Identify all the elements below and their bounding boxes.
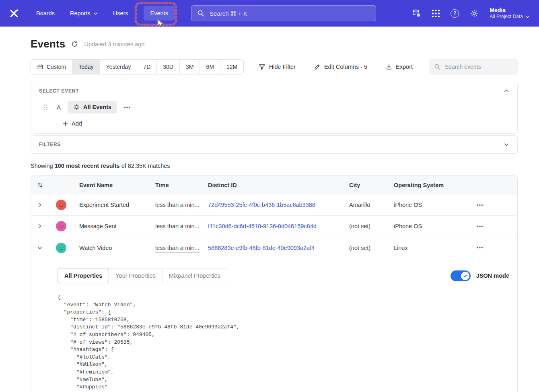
nav-item-reports[interactable]: Reports <box>70 10 98 17</box>
results-summary: Showing 100 most recent results of 82.35… <box>31 163 518 169</box>
col-header-distinct-id[interactable]: Distinct ID <box>208 182 349 188</box>
distinct-id-link[interactable]: 72d49553-25fc-4f0c-b436-1b5ac6ab3388 <box>208 202 349 208</box>
table-row[interactable]: Experiment Started less than a min... 72… <box>31 194 517 216</box>
export-button[interactable]: Export <box>383 63 415 70</box>
search-events-input[interactable] <box>444 63 518 70</box>
collapse-row-icon[interactable] <box>35 243 45 253</box>
select-event-title: SELECT EVENT <box>39 88 79 94</box>
nav-label-events: Events <box>150 10 168 17</box>
all-events-icon <box>73 104 80 110</box>
help-icon[interactable]: ? <box>451 9 459 18</box>
event-os: Linux <box>394 245 468 251</box>
date-range-3m[interactable]: 3M <box>179 60 200 74</box>
search-icon <box>434 64 440 70</box>
date-range-7d[interactable]: 7D <box>137 60 156 74</box>
date-range-today[interactable]: Today <box>72 60 99 74</box>
funnel-icon <box>259 64 265 70</box>
distinct-id-link[interactable]: 5886283e-e9fb-48fb-81de-40e9093a2af4 <box>208 245 349 251</box>
pencil-icon <box>314 64 321 70</box>
events-page: Events Updated 3 minutes ago Custom Toda… <box>0 38 539 392</box>
expand-row-icon[interactable] <box>35 221 45 231</box>
distinct-id-link[interactable]: f11c30d6-dc6d-4518-9136-0d046159c84d <box>208 223 349 229</box>
filters-card: FILTERS <box>31 135 518 154</box>
event-chip-label: All Events <box>83 104 111 110</box>
mixpanel-logo-icon[interactable] <box>9 8 19 19</box>
col-header-city[interactable]: City <box>349 182 394 188</box>
nav-label-boards: Boards <box>36 10 55 17</box>
nav-label-users: Users <box>113 10 128 17</box>
calendar-icon <box>37 64 43 70</box>
event-avatar <box>56 221 66 231</box>
event-city: (not set) <box>349 245 394 251</box>
tab-your-properties[interactable]: Your Properties <box>109 268 162 283</box>
select-event-card: SELECT EVENT A <box>31 82 518 134</box>
navbar-right: ? Media All Project Data <box>412 7 529 20</box>
top-navbar: Boards Reports Users Events <box>0 0 539 27</box>
event-time: less than a min... <box>155 245 200 253</box>
settings-gear-icon[interactable] <box>470 9 479 18</box>
date-range-6m[interactable]: 6M <box>200 60 220 74</box>
chevron-down-icon[interactable] <box>504 142 509 147</box>
data-management-icon[interactable] <box>412 9 421 18</box>
table-row[interactable]: Watch Video less than a min... 5886283e-… <box>31 237 517 258</box>
refresh-icon[interactable] <box>71 41 78 47</box>
nav-item-users[interactable]: Users <box>113 10 128 17</box>
event-time: less than a min... <box>155 223 208 229</box>
event-row-letter: A <box>57 104 61 111</box>
global-search[interactable] <box>191 5 376 21</box>
plus-icon <box>63 121 68 126</box>
filters-title: FILTERS <box>39 142 61 147</box>
date-range-custom[interactable]: Custom <box>31 60 72 74</box>
event-selector-chip[interactable]: All Events <box>68 101 117 113</box>
col-header-os[interactable]: Operating System <box>394 182 468 188</box>
event-avatar <box>56 243 66 253</box>
project-subtitle: All Project Data <box>490 14 523 20</box>
search-events-box[interactable] <box>429 59 518 74</box>
chevron-up-icon[interactable] <box>504 88 509 94</box>
edit-columns-button[interactable]: Edit Columns · 5 <box>312 63 370 70</box>
event-name: Message Sent <box>74 223 155 229</box>
project-name: Media <box>490 7 529 14</box>
date-range-yesterday[interactable]: Yesterday <box>100 60 137 74</box>
hide-filter-button[interactable]: Hide Filter <box>256 63 298 71</box>
expand-row-icon[interactable] <box>35 200 45 210</box>
download-icon <box>386 64 392 70</box>
toolbar: Custom Today Yesterday 7D 30D 3M 6M 12M … <box>31 59 518 74</box>
nav-item-boards[interactable]: Boards <box>36 10 55 17</box>
tab-all-properties[interactable]: All Properties <box>58 268 109 283</box>
project-switcher[interactable]: Media All Project Data <box>490 7 529 20</box>
date-range-30d[interactable]: 30D <box>156 60 179 74</box>
event-avatar <box>56 200 66 210</box>
nav-label-reports: Reports <box>70 10 91 17</box>
row-more-options-icon[interactable] <box>474 202 486 208</box>
toggle-knob <box>461 272 469 280</box>
page-title: Events <box>31 38 65 50</box>
tab-mixpanel-properties[interactable]: Mixpanel Properties <box>162 268 227 283</box>
row-more-options-icon[interactable] <box>474 223 486 230</box>
date-range-12m[interactable]: 12M <box>220 60 243 74</box>
event-more-options-icon[interactable] <box>122 105 132 110</box>
apps-grid-icon[interactable] <box>432 10 440 17</box>
event-city: (not set) <box>349 223 394 229</box>
json-mode-toggle[interactable] <box>451 270 471 281</box>
filters-header[interactable]: FILTERS <box>31 136 517 153</box>
last-updated-text: Updated 3 minutes ago <box>84 41 144 47</box>
col-header-time[interactable]: Time <box>155 182 208 188</box>
results-count: 100 most recent results <box>55 163 120 169</box>
sort-icon[interactable] <box>31 182 49 188</box>
select-event-header[interactable]: SELECT EVENT <box>31 82 517 100</box>
event-name: Experiment Started <box>74 202 155 208</box>
global-search-input[interactable] <box>209 10 370 17</box>
table-row[interactable]: Message Sent less than a min... f11c30d6… <box>31 216 517 237</box>
row-more-options-icon[interactable] <box>474 244 486 251</box>
event-detail-panel: All Properties Your Properties Mixpanel … <box>31 258 517 392</box>
nav-item-events[interactable]: Events <box>144 6 175 21</box>
drag-handle-icon[interactable] <box>43 104 48 111</box>
properties-tabs: All Properties Your Properties Mixpanel … <box>58 268 227 283</box>
col-header-event-name[interactable]: Event Name <box>74 182 155 188</box>
events-table: Event Name Time Distinct ID City Operati… <box>31 175 518 392</box>
add-event-button[interactable]: Add <box>31 113 517 129</box>
event-name: Watch Video <box>74 245 155 251</box>
event-os: iPhone OS <box>394 223 468 229</box>
event-selector-row: A All Events <box>31 100 517 113</box>
